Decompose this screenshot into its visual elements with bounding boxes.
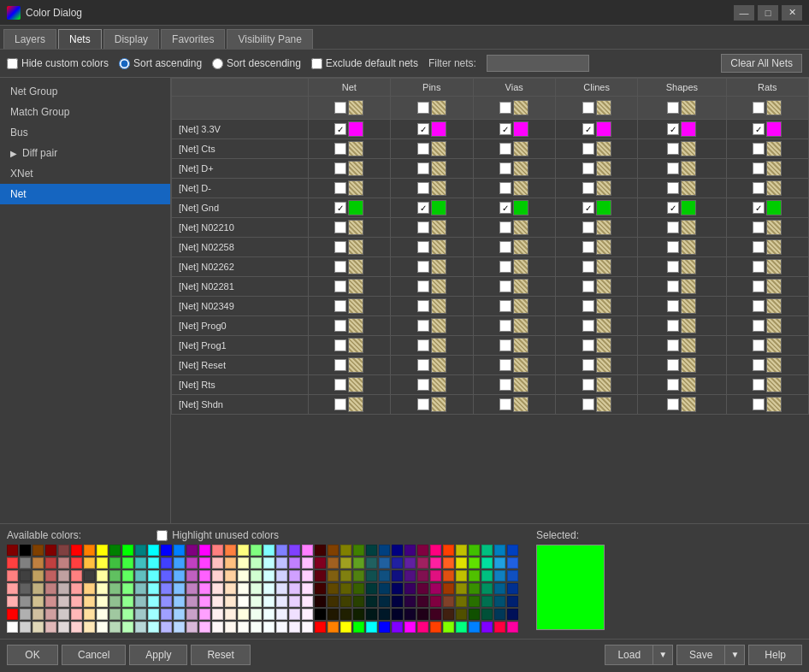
- color-swatch-item[interactable]: [328, 583, 339, 594]
- color-swatch-item[interactable]: [353, 596, 364, 607]
- cell-color-swatch[interactable]: [348, 239, 363, 255]
- grid-cell[interactable]: [308, 238, 390, 257]
- color-swatch-item[interactable]: [199, 557, 210, 569]
- color-swatch-item[interactable]: [276, 609, 287, 620]
- cell-checkbox[interactable]: [334, 182, 346, 194]
- color-swatch-item[interactable]: [186, 622, 198, 633]
- color-swatch-item[interactable]: [97, 622, 108, 633]
- color-swatch-item[interactable]: [251, 557, 262, 569]
- cell-color-swatch[interactable]: [596, 200, 611, 215]
- cell-color-swatch[interactable]: [681, 161, 696, 176]
- grid-cell[interactable]: [638, 257, 726, 277]
- color-swatch-item[interactable]: [263, 557, 275, 569]
- color-swatch-item[interactable]: [443, 609, 454, 620]
- color-swatch-item[interactable]: [161, 557, 172, 569]
- color-swatch-item[interactable]: [379, 583, 390, 594]
- cell-color-swatch[interactable]: [596, 220, 611, 235]
- clines-col-checkbox[interactable]: [582, 102, 594, 114]
- cell-color-swatch[interactable]: [596, 141, 611, 156]
- color-swatch-item[interactable]: [340, 545, 351, 556]
- cell-color-swatch[interactable]: [513, 279, 529, 294]
- grid-cell[interactable]: [726, 375, 808, 395]
- cell-checkbox[interactable]: [667, 162, 679, 174]
- color-swatch-item[interactable]: [366, 557, 377, 569]
- shapes-col-checkbox[interactable]: [667, 102, 679, 114]
- color-swatch-item[interactable]: [276, 583, 287, 594]
- cell-color-swatch[interactable]: [431, 259, 446, 274]
- color-swatch-item[interactable]: [71, 622, 82, 633]
- grid-cell[interactable]: ✓: [638, 198, 726, 218]
- color-swatch-item[interactable]: [392, 609, 403, 620]
- sidebar-item-net[interactable]: Net: [0, 184, 170, 204]
- grid-cell[interactable]: [308, 159, 390, 179]
- grid-cell[interactable]: [308, 336, 390, 356]
- cell-color-swatch[interactable]: [596, 397, 611, 412]
- color-swatch-item[interactable]: [122, 545, 133, 556]
- color-swatch-item[interactable]: [353, 609, 364, 620]
- color-swatch-item[interactable]: [366, 583, 377, 594]
- color-swatch-item[interactable]: [45, 609, 56, 620]
- grid-cell[interactable]: ✓: [473, 198, 555, 218]
- color-swatch-item[interactable]: [20, 570, 31, 581]
- color-swatch-item[interactable]: [238, 609, 249, 620]
- cell-checkbox[interactable]: [667, 221, 679, 233]
- color-swatch-item[interactable]: [289, 545, 300, 556]
- grid-cell[interactable]: [391, 139, 473, 159]
- color-swatch-item[interactable]: [251, 609, 262, 620]
- color-swatch-item[interactable]: [430, 570, 441, 581]
- cell-checkbox[interactable]: [582, 182, 594, 194]
- color-swatch-item[interactable]: [366, 596, 377, 607]
- cell-checkbox[interactable]: [499, 241, 511, 253]
- cell-color-swatch[interactable]: [513, 338, 529, 353]
- color-swatch-item[interactable]: [135, 583, 146, 594]
- cell-color-swatch[interactable]: [766, 338, 782, 353]
- cell-checkbox[interactable]: [753, 339, 765, 351]
- color-swatch-item[interactable]: [45, 545, 56, 556]
- color-swatch-item[interactable]: [507, 596, 518, 607]
- color-swatch-item[interactable]: [443, 622, 454, 633]
- color-swatch-item[interactable]: [443, 545, 454, 556]
- color-swatch-item[interactable]: [328, 557, 339, 569]
- cell-color-swatch[interactable]: [766, 397, 782, 412]
- sidebar-item-bus[interactable]: Bus: [0, 122, 170, 143]
- color-swatch-item[interactable]: [238, 545, 249, 556]
- color-swatch-item[interactable]: [251, 545, 262, 556]
- grid-cell[interactable]: [391, 238, 473, 257]
- color-swatch-item[interactable]: [481, 570, 493, 581]
- cell-color-swatch[interactable]: [431, 121, 446, 137]
- color-swatch-item[interactable]: [315, 609, 326, 620]
- cell-checkbox[interactable]: [499, 359, 511, 371]
- cell-color-swatch[interactable]: [348, 377, 363, 392]
- cell-checkbox[interactable]: [417, 221, 429, 233]
- color-swatch-item[interactable]: [276, 545, 287, 556]
- cell-checkbox[interactable]: [582, 398, 594, 410]
- cell-color-swatch[interactable]: [681, 239, 696, 255]
- vias-col-swatch[interactable]: [513, 100, 529, 115]
- color-swatch-item[interactable]: [353, 622, 364, 633]
- color-swatch-item[interactable]: [238, 570, 249, 581]
- cell-color-swatch[interactable]: [681, 180, 696, 196]
- color-swatch-item[interactable]: [71, 545, 82, 556]
- grid-cell[interactable]: [391, 159, 473, 179]
- color-swatch-item[interactable]: [302, 545, 313, 556]
- color-swatch-item[interactable]: [199, 622, 210, 633]
- cell-checkbox[interactable]: ✓: [334, 202, 346, 214]
- color-swatch-item[interactable]: [97, 609, 108, 620]
- color-swatch-item[interactable]: [71, 609, 82, 620]
- color-swatch-item[interactable]: [315, 622, 326, 633]
- cell-checkbox[interactable]: [499, 300, 511, 312]
- color-swatch-item[interactable]: [109, 557, 121, 569]
- exclude-default-label[interactable]: Exclude default nets: [311, 57, 418, 69]
- close-button[interactable]: ✕: [782, 5, 802, 21]
- cell-color-swatch[interactable]: [431, 220, 446, 235]
- color-swatch-item[interactable]: [507, 622, 518, 633]
- color-swatch-item[interactable]: [392, 583, 403, 594]
- color-swatch-item[interactable]: [251, 596, 262, 607]
- color-swatch-item[interactable]: [430, 596, 441, 607]
- color-swatch-item[interactable]: [302, 570, 313, 581]
- color-swatch-item[interactable]: [109, 545, 121, 556]
- color-swatch-item[interactable]: [212, 583, 223, 594]
- color-swatch-item[interactable]: [58, 596, 69, 607]
- cell-checkbox[interactable]: [334, 162, 346, 174]
- color-swatch-item[interactable]: [302, 557, 313, 569]
